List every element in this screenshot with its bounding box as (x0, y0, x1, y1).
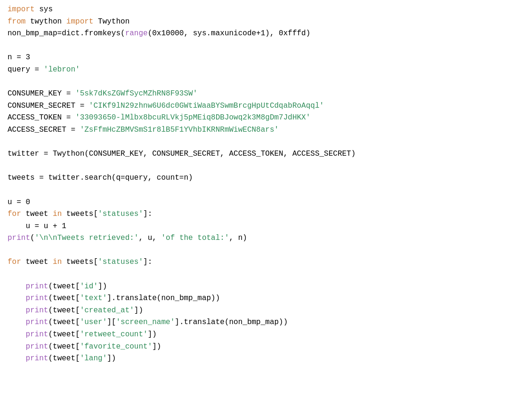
code-token: import (8, 5, 35, 14)
code-token (8, 282, 25, 291)
code-token: print (8, 234, 30, 242)
code-token: (0x10000, sys.maxunicode+1), 0xfffd) (148, 29, 311, 38)
code-token: ]) (152, 342, 161, 351)
code-token: (tweet[ (48, 342, 80, 351)
code-line: non_bmp_map=dict.fromkeys(range(0x10000,… (8, 28, 524, 40)
code-token: ]) (134, 306, 143, 315)
code-token: '33093650-lMlbx8bcuRLVkj5pMEiq8DBJowq2k3… (75, 113, 310, 122)
code-line: for tweet in tweets['statuses']: (8, 256, 524, 269)
code-line: print(tweet['id']) (8, 281, 524, 293)
code-token: ]) (148, 330, 157, 339)
code-token: Twython (93, 17, 129, 26)
code-line: query = 'lebron' (8, 64, 524, 76)
code-token: tweet (21, 258, 53, 266)
code-line: u = u + 1 (8, 221, 524, 233)
code-token: twython (25, 17, 66, 26)
code-token: (tweet[ (48, 294, 80, 302)
code-token: range (125, 29, 148, 38)
code-token: u = 0 (8, 198, 30, 206)
code-token: 'retweet_count' (80, 330, 148, 339)
code-token: 'text' (80, 294, 107, 302)
code-token: print (25, 282, 48, 291)
code-token (8, 354, 25, 363)
code-line (8, 160, 524, 173)
code-token: '\n\nTweets retrieved:' (35, 234, 139, 242)
code-token: for (8, 210, 21, 218)
code-line: print(tweet['lang']) (8, 353, 524, 365)
code-line: print(tweet['favorite_count']) (8, 341, 524, 353)
code-token: (tweet[ (48, 330, 80, 339)
code-token: 'statuses' (98, 258, 143, 266)
code-token: from (8, 17, 25, 26)
code-token: n = 3 (8, 53, 30, 62)
code-line: print(tweet['created_at']) (8, 305, 524, 317)
code-token: 'screen_name' (116, 318, 175, 326)
code-line (8, 269, 524, 281)
code-token: ACCESS_TOKEN = (8, 113, 75, 122)
code-token: 'CIKf9lN29zhnw6U6dc0GWtiWaaBYSwmBrcgHpUt… (89, 102, 324, 110)
code-token: sys (35, 5, 53, 14)
code-token: (tweet[ (48, 354, 80, 363)
code-token: ACCESS_SECRET = (8, 126, 80, 134)
code-token: 'created_at' (80, 306, 134, 315)
code-token (8, 318, 25, 326)
code-line: ACCESS_TOKEN = '33093650-lMlbx8bcuRLVkj5… (8, 112, 524, 124)
code-token: (tweet[ (48, 318, 80, 326)
code-token: 'of the total:' (161, 234, 229, 242)
code-token: 'statuses' (98, 210, 143, 218)
code-line (8, 184, 524, 197)
code-token: print (25, 330, 48, 339)
code-token: (tweet[ (48, 282, 80, 291)
code-line (8, 76, 524, 88)
code-editor: import sysfrom twython import Twythonnon… (8, 4, 524, 365)
code-token: tweets[ (62, 258, 98, 266)
code-token: (tweet[ (48, 306, 80, 315)
code-token: non_bmp_map=dict.fromkeys( (8, 29, 125, 38)
code-token: ].translate(non_bmp_map)) (107, 294, 220, 302)
code-token: print (25, 318, 48, 326)
code-token: tweets[ (62, 210, 98, 218)
code-line: for tweet in tweets['statuses']: (8, 208, 524, 221)
code-line: CONSUMER_KEY = '5sk7dKsZGWfSycMZhRN8F93S… (8, 88, 524, 100)
code-line (8, 136, 524, 149)
code-line: print(tweet['text'].translate(non_bmp_ma… (8, 293, 524, 305)
code-line (8, 40, 524, 52)
code-token: 'lebron' (44, 65, 80, 74)
code-token: ( (30, 234, 35, 242)
code-token: 'user' (80, 318, 107, 326)
code-token (8, 330, 25, 339)
code-token: '5sk7dKsZGWfSycMZhRN8F93SW' (75, 89, 197, 98)
code-token (8, 306, 25, 315)
code-line: n = 3 (8, 52, 524, 64)
code-token: ].translate(non_bmp_map)) (175, 318, 288, 326)
code-token: in (53, 210, 62, 218)
code-token: tweet (21, 210, 53, 218)
code-line (8, 245, 524, 257)
code-line: print('\n\nTweets retrieved:', u, 'of th… (8, 232, 524, 245)
code-token: print (25, 306, 48, 315)
code-token: import (66, 17, 94, 26)
code-token: for (8, 258, 21, 266)
code-token: ]) (98, 282, 107, 291)
code-token: ]) (107, 354, 116, 363)
code-token (8, 294, 25, 302)
code-token: print (25, 342, 48, 351)
code-token: 'favorite_count' (80, 342, 153, 351)
code-line: u = 0 (8, 197, 524, 209)
code-token: ]: (143, 258, 152, 266)
code-token: tweets = twitter.search(q=query, count=n… (8, 174, 193, 182)
code-line: print(tweet['retweet_count']) (8, 329, 524, 341)
code-line: import sys (8, 4, 524, 16)
code-token: CONSUMER_KEY = (8, 89, 75, 98)
code-token: , n) (229, 234, 247, 242)
code-token: 'ZsFfmHcZBMVSmS1r8lB5F1YVhbIKRNRmWiwECN8… (80, 126, 279, 134)
code-line: print(tweet['user']['screen_name'].trans… (8, 317, 524, 329)
code-token: , u, (138, 234, 161, 242)
code-line: ACCESS_SECRET = 'ZsFfmHcZBMVSmS1r8lB5F1Y… (8, 124, 524, 136)
code-token: ]: (143, 210, 152, 218)
code-token: in (53, 258, 62, 266)
code-token: 'lang' (80, 354, 107, 363)
code-token: 'id' (80, 282, 98, 291)
code-token: u = u + 1 (8, 222, 66, 230)
code-token: print (25, 294, 48, 302)
